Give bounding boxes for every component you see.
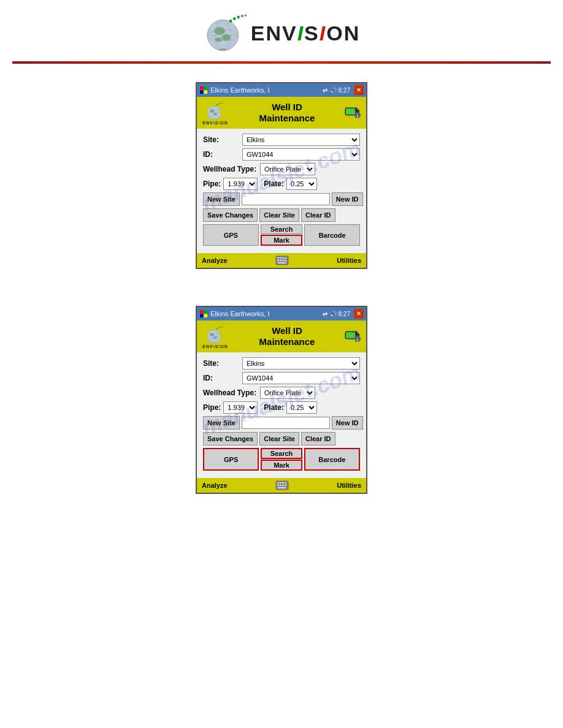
svg-rect-14 bbox=[204, 86, 208, 90]
svg-rect-69 bbox=[285, 485, 286, 486]
search-button-1[interactable]: Search bbox=[261, 224, 303, 234]
svg-rect-70 bbox=[278, 487, 286, 488]
keyboard-icon-2[interactable] bbox=[275, 480, 289, 490]
utilities-nav-1[interactable]: Utilities bbox=[337, 257, 361, 264]
gps-button-2[interactable]: GPS bbox=[203, 448, 259, 471]
plate-select-1[interactable]: 0.25 bbox=[286, 178, 317, 190]
action-buttons-row-2: Save Changes Clear Site Clear ID bbox=[203, 432, 360, 446]
gps-button-1[interactable]: GPS bbox=[203, 224, 259, 246]
clear-site-button-2[interactable]: Clear Site bbox=[259, 432, 299, 446]
form-area-1: Site: Elkins ID: GW1044 Wellhead Type: bbox=[197, 129, 366, 253]
new-id-button-1[interactable]: New ID bbox=[332, 192, 363, 206]
analyze-nav-2[interactable]: Analyze bbox=[202, 482, 228, 489]
svg-point-48 bbox=[213, 336, 217, 339]
svg-rect-36 bbox=[285, 257, 286, 259]
mark-button-1[interactable]: Mark bbox=[261, 235, 303, 246]
wellhead-select-1[interactable]: Orifice Plate bbox=[260, 163, 315, 175]
barcode-button-2[interactable]: Barcode bbox=[304, 448, 360, 471]
svg-point-10 bbox=[237, 16, 240, 19]
svg-point-55 bbox=[222, 326, 223, 327]
clear-site-button-1[interactable]: Clear Site bbox=[259, 208, 299, 222]
svg-rect-68 bbox=[282, 485, 284, 486]
svg-rect-43 bbox=[204, 310, 208, 314]
battery-icon-1: i bbox=[344, 103, 361, 120]
gps-search-barcode-row-1: GPS Search Mark Barcode bbox=[203, 224, 360, 246]
svg-point-23 bbox=[216, 104, 218, 105]
svg-rect-45 bbox=[204, 314, 208, 318]
svg-rect-34 bbox=[280, 257, 282, 259]
id-label-1: ID: bbox=[203, 150, 240, 159]
close-button-2[interactable]: ✕ bbox=[354, 309, 364, 319]
titlebar-icons-1: ⇄ 🔊 8:27 bbox=[323, 87, 350, 94]
new-site-input-2[interactable] bbox=[242, 417, 330, 429]
pipe-plate-row-2: Pipe: 1.939 Plate: 0.25 bbox=[203, 401, 360, 414]
search-button-2[interactable]: Search bbox=[261, 448, 302, 459]
app-header-2: ENVISION Well ID Maintenance i bbox=[197, 320, 366, 352]
svg-rect-40 bbox=[285, 260, 286, 261]
mark-button-2[interactable]: Mark bbox=[261, 460, 302, 471]
logo-container: ENVISION bbox=[203, 11, 361, 55]
new-site-button-1[interactable]: New Site bbox=[203, 192, 240, 206]
title-bar-2: Elkins Earthworks, I ⇄ 🔊 8:27 ✕ bbox=[197, 307, 366, 320]
plate-label-1: Plate: bbox=[264, 180, 284, 188]
action-buttons-row-1: Save Changes Clear Site Clear ID bbox=[203, 208, 360, 222]
plate-select-2[interactable]: 0.25 bbox=[286, 401, 317, 414]
svg-point-8 bbox=[229, 20, 232, 23]
status-icons-1: i bbox=[344, 103, 362, 123]
barcode-button-1[interactable]: Barcode bbox=[304, 224, 360, 246]
svg-point-1 bbox=[214, 27, 225, 35]
gps-search-barcode-row-2: GPS Search Mark Barcode bbox=[203, 448, 360, 471]
svg-rect-38 bbox=[280, 260, 282, 261]
save-changes-button-2[interactable]: Save Changes bbox=[203, 432, 258, 446]
app-title-2: Well ID Maintenance bbox=[230, 325, 344, 347]
svg-point-11 bbox=[241, 15, 243, 17]
save-changes-button-1[interactable]: Save Changes bbox=[203, 208, 258, 222]
wellhead-select-2[interactable]: Orifice Plate bbox=[260, 387, 315, 399]
wellhead-row-2: Wellhead Type: Orifice Plate bbox=[203, 387, 360, 399]
battery-icon-2: i bbox=[344, 327, 361, 344]
new-site-input-1[interactable] bbox=[242, 193, 330, 205]
bottom-nav-2: Analyze Utilities bbox=[197, 478, 366, 493]
id-row-1: ID: GW1044 bbox=[203, 148, 360, 161]
globe-icon bbox=[203, 11, 247, 55]
new-site-button-2[interactable]: New Site bbox=[203, 416, 240, 430]
app-title-1: Well ID Maintenance bbox=[230, 102, 344, 124]
site-row-1: Site: Elkins bbox=[203, 134, 360, 146]
form-area-2: Site: Elkins ID: GW1044 Wellhead Type: bbox=[197, 352, 366, 478]
clear-id-button-1[interactable]: Clear ID bbox=[301, 208, 335, 222]
app-header-1: ENVISION Well ID Maintenance i bbox=[197, 97, 366, 129]
id-select-2[interactable]: GW1044 bbox=[242, 372, 360, 384]
brand-text: ENVISION bbox=[251, 21, 361, 45]
svg-rect-62 bbox=[277, 482, 279, 483]
site-select-2[interactable]: Elkins bbox=[242, 357, 360, 370]
device-screenshot-2: manualsjet.com Elkins Earthworks, I ⇄ 🔊 … bbox=[196, 306, 367, 494]
svg-rect-65 bbox=[285, 482, 286, 483]
wellhead-row-1: Wellhead Type: Orifice Plate bbox=[203, 163, 360, 175]
plate-label-2: Plate: bbox=[264, 403, 284, 412]
svg-rect-16 bbox=[204, 91, 208, 94]
site-select-1[interactable]: Elkins bbox=[242, 134, 360, 146]
id-select-1[interactable]: GW1044 bbox=[242, 148, 360, 161]
svg-rect-39 bbox=[282, 260, 284, 261]
clear-id-button-2[interactable]: Clear ID bbox=[301, 432, 335, 446]
utilities-nav-2[interactable]: Utilities bbox=[337, 482, 361, 489]
analyze-nav-1[interactable]: Analyze bbox=[202, 257, 228, 264]
windows-flag-icon-2 bbox=[199, 309, 208, 318]
svg-rect-13 bbox=[200, 86, 204, 90]
svg-rect-44 bbox=[200, 314, 204, 318]
keyboard-icon-1[interactable] bbox=[275, 256, 289, 265]
bottom-nav-1: Analyze Utilities bbox=[197, 253, 366, 268]
pipe-label-2: Pipe: bbox=[203, 403, 221, 412]
svg-point-53 bbox=[218, 327, 220, 328]
pipe-select-2[interactable]: 1.939 bbox=[223, 401, 258, 414]
status-icons-2: i bbox=[344, 327, 362, 346]
pipe-select-1[interactable]: 1.939 bbox=[223, 178, 258, 190]
device-window-2: Elkins Earthworks, I ⇄ 🔊 8:27 ✕ bbox=[196, 306, 367, 494]
title-bar-1: Elkins Earthworks, I ⇄ 🔊 8:27 ✕ bbox=[197, 83, 366, 97]
titlebar-icons-2: ⇄ 🔊 8:27 bbox=[323, 311, 350, 317]
close-button-1[interactable]: ✕ bbox=[354, 85, 364, 95]
svg-rect-37 bbox=[277, 260, 279, 261]
new-id-button-2[interactable]: New ID bbox=[332, 416, 363, 430]
app-logo-1: ENVISION bbox=[201, 101, 230, 125]
header: ENVISION bbox=[0, 0, 563, 61]
